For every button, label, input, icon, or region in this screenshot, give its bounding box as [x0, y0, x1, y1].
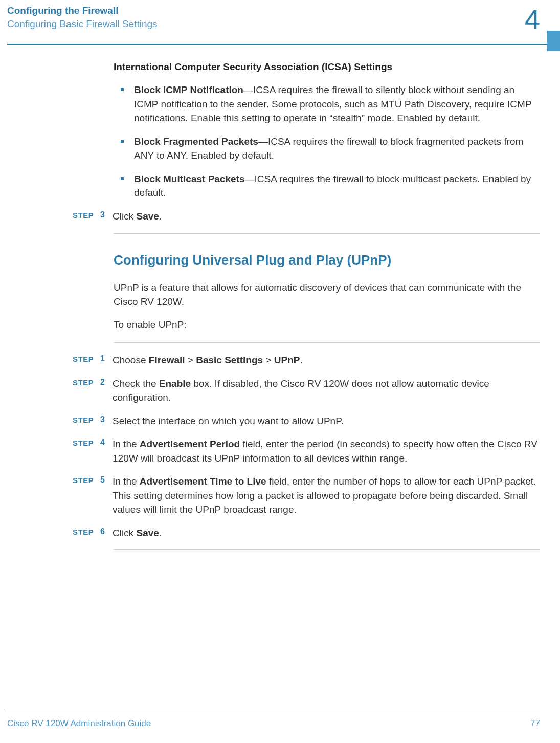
footer-page-number: 77: [530, 718, 540, 729]
upnp-steps: STEP1Choose Firewall > Basic Settings > …: [114, 353, 540, 540]
step-bold-segment: Advertisement Time to Live: [140, 476, 266, 487]
content-area: International Computer Security Associat…: [0, 45, 560, 550]
step-number: 1: [100, 353, 113, 363]
step-text: Select the interface on which you want t…: [113, 414, 540, 428]
bullet-marker-icon: [121, 177, 124, 180]
step-segment: In the: [113, 476, 140, 487]
step-segment: Click: [113, 528, 136, 538]
bullet-bold: Block Multicast Packets: [134, 173, 244, 184]
body-paragraph: UPnP is a feature that allows for automa…: [114, 280, 540, 309]
header-subtitle: Configuring Basic Firewall Settings: [7, 18, 525, 30]
step-number: 3: [100, 209, 113, 220]
step-label: STEP: [73, 353, 100, 363]
step-bold-segment: Save: [136, 528, 159, 538]
step-segment: >: [185, 355, 196, 365]
bullet-bold: Block ICMP Notification: [134, 84, 243, 95]
step-row: STEP6Click Save.: [73, 526, 540, 540]
body-paragraph: To enable UPnP:: [114, 318, 540, 332]
chapter-tab: [547, 31, 560, 51]
step-text: In the Advertisement Time to Live field,…: [113, 474, 540, 517]
bullet-item: Block Multicast Packets—ICSA requires th…: [134, 172, 540, 200]
step-number: 2: [100, 377, 113, 387]
step-text: Click Save.: [113, 526, 540, 540]
step-suffix: .: [159, 211, 162, 222]
step-label: STEP: [73, 414, 100, 424]
step-text: Check the Enable box. If disabled, the C…: [113, 377, 540, 405]
step-number: 6: [100, 526, 113, 536]
bullet-bold: Block Fragmented Packets: [134, 136, 258, 147]
step-text: Click Save.: [113, 209, 540, 224]
step-text: In the Advertisement Period field, enter…: [113, 437, 540, 465]
step-bold-segment: Firewall: [149, 355, 185, 365]
thin-divider: [114, 233, 540, 234]
bullet-marker-icon: [121, 88, 124, 91]
footer-text: Cisco RV 120W Administration Guide: [7, 718, 151, 729]
step-segment: Check the: [113, 378, 159, 389]
icsa-heading: International Computer Security Associat…: [114, 61, 540, 73]
step-row: STEP 3 Click Save.: [73, 209, 540, 224]
step-number: 5: [100, 474, 113, 485]
header-left: Configuring the Firewall Configuring Bas…: [7, 5, 525, 30]
step-text: Choose Firewall > Basic Settings > UPnP.: [113, 353, 540, 367]
step-prefix: Click: [113, 211, 136, 222]
upnp-heading: Configuring Universal Plug and Play (UPn…: [114, 252, 540, 268]
page-header: Configuring the Firewall Configuring Bas…: [0, 0, 560, 33]
step-segment: Select the interface on which you want t…: [113, 416, 344, 426]
step-row: STEP4In the Advertisement Period field, …: [73, 437, 540, 465]
step-bold-segment: Advertisement Period: [140, 439, 240, 449]
bullet-marker-icon: [121, 140, 124, 143]
step-label: STEP: [73, 377, 100, 387]
step-segment: .: [159, 528, 162, 538]
step-bold-segment: Basic Settings: [196, 355, 263, 365]
step-label: STEP: [73, 437, 100, 447]
step-label: STEP: [73, 474, 100, 485]
step-segment: Choose: [113, 355, 149, 365]
step-bold-segment: UPnP: [274, 355, 300, 365]
step-number: 3: [100, 414, 113, 424]
bullet-item: Block Fragmented Packets—ICSA requires t…: [134, 135, 540, 163]
step-segment: .: [300, 355, 302, 365]
step-segment: In the: [113, 439, 140, 449]
step-label: STEP: [73, 526, 100, 536]
thin-divider: [114, 549, 540, 550]
step-row: STEP3Select the interface on which you w…: [73, 414, 540, 428]
step-label: STEP: [73, 209, 100, 220]
step-row: STEP1Choose Firewall > Basic Settings > …: [73, 353, 540, 367]
footer-divider: [7, 711, 540, 711]
step-row: STEP5In the Advertisement Time to Live f…: [73, 474, 540, 517]
header-title: Configuring the Firewall: [7, 5, 525, 16]
thin-divider: [114, 342, 540, 343]
step-row: STEP2Check the Enable box. If disabled, …: [73, 377, 540, 405]
page-footer: Cisco RV 120W Administration Guide 77: [7, 718, 540, 729]
step-segment: >: [263, 355, 274, 365]
bullet-item: Block ICMP Notification—ICSA requires th…: [134, 83, 540, 125]
chapter-number: 4: [525, 5, 560, 33]
step-bold-segment: Enable: [159, 378, 191, 389]
step-bold: Save: [136, 211, 159, 222]
step-number: 4: [100, 437, 113, 447]
icsa-bullet-list: Block ICMP Notification—ICSA requires th…: [114, 83, 540, 200]
